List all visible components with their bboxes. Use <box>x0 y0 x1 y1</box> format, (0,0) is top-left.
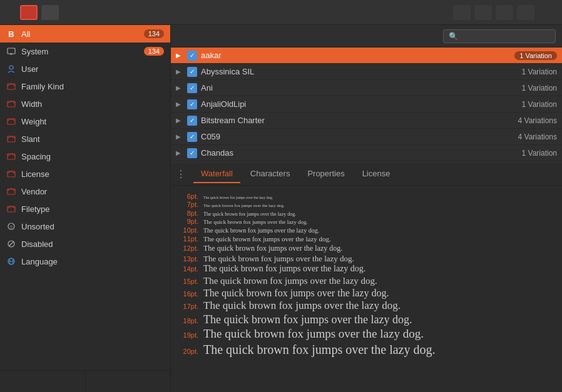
waterfall-pt: 9pt. <box>181 218 198 225</box>
sidebar-list: BAll134System134UserFamily KindWidthWeig… <box>0 25 170 370</box>
tab-characters[interactable]: Characters <box>243 165 298 183</box>
titlebar-left <box>6 5 59 20</box>
sidebar-item-all[interactable]: BAll134 <box>0 25 170 43</box>
svg-rect-11 <box>8 206 15 212</box>
menu-icon[interactable] <box>474 5 492 20</box>
font-name: Bitstream Charter <box>201 116 514 125</box>
variation-badge: 1 Variation <box>514 51 557 60</box>
waterfall-pt: 17pt. <box>181 303 198 310</box>
minimize-icon[interactable] <box>496 5 513 20</box>
tab-properties[interactable]: Properties <box>300 165 352 183</box>
font-row[interactable]: ▶✓AnjaliOldLipi1 Variation <box>171 96 562 113</box>
expand-arrow-icon: ▶ <box>176 84 183 91</box>
language-icon <box>6 256 16 266</box>
categories-button[interactable] <box>0 371 86 392</box>
svg-rect-0 <box>8 48 15 54</box>
sidebar-item-width[interactable]: Width <box>0 95 170 113</box>
sidebar-item-label-all: All <box>21 29 139 39</box>
sidebar-item-weight[interactable]: Weight <box>0 113 170 130</box>
sidebar-item-label-unsorted: Unsorted <box>21 222 164 231</box>
waterfall-text: The quick brown fox jumps over the lazy … <box>203 219 308 226</box>
sidebar-item-unsorted[interactable]: ?Unsorted <box>0 218 170 235</box>
svg-rect-6 <box>8 119 15 124</box>
preview-tabs: ⋮ Waterfall Characters Properties Licens… <box>171 163 562 186</box>
sidebar-item-user[interactable]: User <box>0 60 170 78</box>
tab-license[interactable]: License <box>355 165 398 183</box>
collections-button[interactable] <box>86 371 171 392</box>
sidebar-item-disabled[interactable]: Disabled <box>0 235 170 253</box>
sidebar: BAll134System134UserFamily KindWidthWeig… <box>0 25 171 392</box>
preview-panel: ⋮ Waterfall Characters Properties Licens… <box>171 163 562 392</box>
font-checkbox[interactable]: ✓ <box>187 67 197 77</box>
sidebar-item-filetype[interactable]: Filetype <box>0 200 170 218</box>
font-row[interactable]: ▶✓Chandas1 Variation <box>171 145 562 161</box>
font-checkbox[interactable]: ✓ <box>187 51 197 61</box>
sidebar-item-count-system: 134 <box>144 47 164 56</box>
spacing-icon <box>6 151 16 161</box>
sidebar-item-label-user: User <box>21 64 164 74</box>
font-name: Abyssinica SIL <box>201 67 518 76</box>
waterfall-pt: 20pt. <box>181 348 198 355</box>
maximize-icon[interactable] <box>517 5 534 20</box>
add-button[interactable] <box>20 5 38 20</box>
waterfall-text: The quick brown fox jumps over the lazy … <box>203 254 354 264</box>
waterfall-pt: 18pt. <box>181 317 198 324</box>
sidebar-item-language[interactable]: Language <box>0 253 170 270</box>
manage-label[interactable] <box>6 10 16 15</box>
sidebar-item-family-kind[interactable]: Family Kind <box>0 78 170 95</box>
main-layout: BAll134System134UserFamily KindWidthWeig… <box>0 25 562 392</box>
font-name: Ani <box>201 83 518 93</box>
waterfall-text: The quick brown fox jumps over the lazy … <box>203 203 285 208</box>
close-icon[interactable] <box>538 5 556 20</box>
waterfall-text: The quick brown fox jumps over the lazy … <box>203 275 377 286</box>
font-checkbox[interactable]: ✓ <box>187 132 197 142</box>
search-icon: 🔍 <box>449 32 458 41</box>
sidebar-item-label-vendor: Vendor <box>21 187 164 196</box>
waterfall-text: The quick brown fox jumps over the lazy … <box>203 227 319 234</box>
preview-tab-menu[interactable]: ⋮ <box>176 168 186 180</box>
font-row[interactable]: ▶✓Bitstream Charter4 Variations <box>171 113 562 129</box>
search-box[interactable]: 🔍 <box>443 29 556 43</box>
sidebar-item-label-system: System <box>21 47 139 56</box>
sidebar-item-label-width: Width <box>21 99 164 109</box>
waterfall-pt: 15pt. <box>181 278 198 285</box>
waterfall-row: 20pt.The quick brown fox jumps over the … <box>181 342 552 357</box>
font-row[interactable]: ▶✓aakar1 Variation <box>171 48 562 64</box>
gear-icon[interactable] <box>453 5 471 20</box>
sidebar-item-slant[interactable]: Slant <box>0 130 170 148</box>
tab-waterfall[interactable]: Waterfall <box>193 165 240 183</box>
waterfall-row: 17pt.The quick brown fox jumps over the … <box>181 299 552 312</box>
waterfall-row: 9pt.The quick brown fox jumps over the l… <box>181 218 552 226</box>
font-row[interactable]: ▶✓C0594 Variations <box>171 129 562 145</box>
waterfall-row: 6pt.The quick brown fox jumps over the l… <box>181 193 552 200</box>
sidebar-item-label-filetype: Filetype <box>21 204 164 214</box>
svg-rect-8 <box>8 154 15 159</box>
minus-button[interactable] <box>41 5 59 20</box>
license-icon <box>6 169 16 179</box>
sidebar-item-system[interactable]: System134 <box>0 43 170 60</box>
waterfall-row: 12pt.The quick brown fox jumps over the … <box>181 244 552 253</box>
waterfall-pt: 11pt. <box>181 235 198 243</box>
svg-rect-10 <box>8 189 15 194</box>
waterfall-row: 14pt.The quick brown fox jumps over the … <box>181 264 552 274</box>
family-kind-icon <box>6 81 16 91</box>
svg-text:?: ? <box>10 224 13 230</box>
font-checkbox[interactable]: ✓ <box>187 99 197 109</box>
titlebar <box>0 0 562 25</box>
variation-badge: 1 Variation <box>522 149 557 158</box>
font-row[interactable]: ▶✓Abyssinica SIL1 Variation <box>171 64 562 80</box>
expand-arrow-icon: ▶ <box>176 117 183 124</box>
sidebar-item-vendor[interactable]: Vendor <box>0 183 170 200</box>
svg-rect-7 <box>8 136 15 142</box>
waterfall-text: The quick brown fox jumps over the lazy … <box>203 235 331 243</box>
font-checkbox[interactable]: ✓ <box>187 116 197 126</box>
expand-arrow-icon: ▶ <box>176 133 183 140</box>
waterfall-pt: 7pt. <box>181 201 198 208</box>
font-checkbox[interactable]: ✓ <box>187 83 197 93</box>
sidebar-item-label-disabled: Disabled <box>21 239 164 249</box>
sidebar-item-spacing[interactable]: Spacing <box>0 148 170 165</box>
sidebar-item-label-slant: Slant <box>21 134 164 144</box>
sidebar-item-license[interactable]: License <box>0 165 170 183</box>
font-row[interactable]: ▶✓Ani1 Variation <box>171 80 562 96</box>
font-checkbox[interactable]: ✓ <box>187 148 197 158</box>
